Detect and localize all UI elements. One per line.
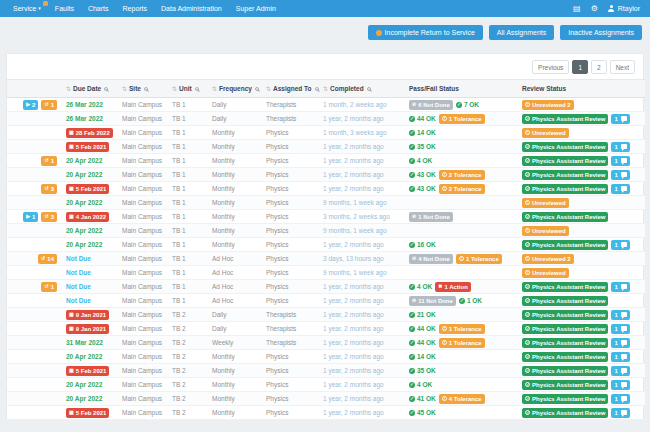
- comments-badge[interactable]: 1: [611, 184, 629, 194]
- due-date-link[interactable]: 20 Apr 2022: [66, 241, 102, 248]
- nav-item-data-administration[interactable]: Data Administration: [154, 0, 229, 17]
- review-status-badge[interactable]: ✓Physics Assistant Review: [522, 240, 608, 250]
- pagination-page-2[interactable]: 2: [591, 60, 607, 74]
- tolerance-badge[interactable]: !2 Tolerance: [439, 170, 485, 180]
- due-date-link[interactable]: Not Due: [66, 297, 91, 304]
- redo-badge[interactable]: ↺3: [41, 212, 57, 222]
- play-badge[interactable]: ▶2: [23, 100, 38, 110]
- comments-badge[interactable]: 1: [611, 338, 629, 348]
- review-status-badge[interactable]: ✓Physics Assistant Review: [522, 212, 608, 222]
- search-icon[interactable]: [315, 87, 319, 91]
- table-row[interactable]: 20 Apr 2022Main CampusTB 2MonthlyPhysics…: [7, 350, 645, 364]
- inactive-assignments-button[interactable]: Inactive Assignments: [560, 25, 642, 40]
- play-badge[interactable]: ▶1: [23, 212, 38, 222]
- search-icon[interactable]: [255, 87, 259, 91]
- comments-badge[interactable]: 1: [611, 114, 629, 124]
- redo-badge[interactable]: ↺1: [41, 156, 57, 166]
- overdue-date-badge[interactable]: ▦5 Feb 2021: [66, 184, 109, 194]
- table-row[interactable]: ▦9 Jan 2021Main CampusTB 2DailyTherapist…: [7, 322, 645, 336]
- all-assignments-button[interactable]: All Assignments: [489, 25, 554, 40]
- table-row[interactable]: ▶2↺126 Mar 2022Main CampusTB 1DailyThera…: [7, 98, 645, 112]
- pagination-next[interactable]: Next: [610, 60, 635, 74]
- comments-badge[interactable]: 1: [611, 408, 629, 418]
- review-status-badge[interactable]: ✓Physics Assistant Review: [522, 142, 608, 152]
- review-status-badge[interactable]: ✓Physics Assistant Review: [522, 366, 608, 376]
- due-date-link[interactable]: 20 Apr 2022: [66, 353, 102, 360]
- book-icon[interactable]: ▤: [573, 0, 581, 17]
- nav-item-service[interactable]: Service▾: [6, 0, 48, 17]
- due-date-link[interactable]: 20 Apr 2022: [66, 157, 102, 164]
- table-row[interactable]: ▦5 Feb 2021Main CampusTB 2MonthlyPhysics…: [7, 364, 645, 378]
- overdue-date-badge[interactable]: ▦5 Feb 2021: [66, 142, 109, 152]
- comments-badge[interactable]: 1: [611, 156, 629, 166]
- tolerance-badge[interactable]: !2 Tolerance: [439, 184, 485, 194]
- table-row[interactable]: Not DueMain CampusTB 1Ad HocPhysics9 mon…: [7, 266, 645, 280]
- review-status-badge[interactable]: ✓Physics Assistant Review: [522, 380, 608, 390]
- overdue-date-badge[interactable]: ▦5 Feb 2021: [66, 408, 109, 418]
- tolerance-badge[interactable]: !1 Tolerance: [439, 324, 485, 334]
- comments-badge[interactable]: 1: [611, 282, 629, 292]
- incomplete-return-to-service-button[interactable]: Incomplete Return to Service: [368, 25, 483, 40]
- comments-badge[interactable]: 1: [611, 352, 629, 362]
- redo-badge[interactable]: ↺14: [38, 254, 57, 264]
- due-date-link[interactable]: Not Due: [66, 269, 91, 276]
- comments-badge[interactable]: 1: [611, 324, 629, 334]
- table-row[interactable]: ↺14Not DueMain CampusTB 1Ad HocPhysics3 …: [7, 252, 645, 266]
- tolerance-badge[interactable]: !1 Tolerance: [456, 254, 502, 264]
- tolerance-badge[interactable]: !4 Tolerance: [439, 394, 485, 404]
- table-row[interactable]: 26 Mar 2022Main CampusTB 1DailyTherapist…: [7, 112, 645, 126]
- sort-icon[interactable]: ⇅: [172, 86, 177, 92]
- due-date-link[interactable]: 31 Mar 2022: [66, 339, 103, 346]
- review-status-badge[interactable]: ✓Physics Assistant Review: [522, 338, 608, 348]
- not-done-badge[interactable]: ⊘1 Not Done: [409, 212, 453, 222]
- overdue-date-badge[interactable]: ▦5 Feb 2021: [66, 366, 109, 376]
- due-date-link[interactable]: 26 Mar 2022: [66, 115, 103, 122]
- comments-badge[interactable]: 1: [611, 310, 629, 320]
- table-row[interactable]: ▶1↺3▦4 Jan 2022Main CampusTB 1MonthlyPhy…: [7, 210, 645, 224]
- sort-icon[interactable]: ⇅: [66, 86, 71, 92]
- comments-badge[interactable]: 1: [611, 240, 629, 250]
- search-icon[interactable]: [144, 87, 148, 91]
- review-status-badge[interactable]: ✓Physics Assistant Review: [522, 156, 608, 166]
- table-row[interactable]: 20 Apr 2022Main CampusTB 1MonthlyPhysics…: [7, 196, 645, 210]
- table-row[interactable]: ▦5 Feb 2021Main CampusTB 2MonthlyPhysics…: [7, 406, 645, 420]
- overdue-date-badge[interactable]: ▦9 Jan 2021: [66, 324, 109, 334]
- due-date-link[interactable]: 20 Apr 2022: [66, 381, 102, 388]
- nav-item-super-admin[interactable]: Super Admin: [229, 0, 283, 17]
- review-status-badge[interactable]: ✓Physics Assistant Review: [522, 324, 608, 334]
- review-status-badge[interactable]: ✓Physics Assistant Review: [522, 184, 608, 194]
- not-done-badge[interactable]: ⊘6 Not Done: [409, 100, 453, 110]
- unreviewed-badge[interactable]: !Unreviewed: [522, 128, 569, 138]
- table-row[interactable]: ▦5 Feb 2021Main CampusTB 1MonthlyPhysics…: [7, 140, 645, 154]
- due-date-link[interactable]: 20 Apr 2022: [66, 171, 102, 178]
- comments-badge[interactable]: 1: [611, 170, 629, 180]
- review-status-badge[interactable]: ✓Physics Assistant Review: [522, 310, 608, 320]
- search-icon[interactable]: [367, 87, 371, 91]
- overdue-date-badge[interactable]: ▦9 Jan 2021: [66, 310, 109, 320]
- gear-icon[interactable]: ⚙: [591, 0, 598, 17]
- unreviewed-badge[interactable]: !Unreviewed 2: [522, 100, 574, 110]
- table-row[interactable]: 20 Apr 2022Main CampusTB 1MonthlyPhysics…: [7, 224, 645, 238]
- nav-item-reports[interactable]: Reports: [116, 0, 155, 17]
- sort-icon[interactable]: ⇅: [212, 86, 217, 92]
- table-row[interactable]: ▦28 Feb 2022Main CampusTB 1MonthlyPhysic…: [7, 126, 645, 140]
- table-row[interactable]: ↺1Not DueMain CampusTB 1Ad HocPhysics1 y…: [7, 280, 645, 294]
- nav-item-faults[interactable]: Faults: [48, 0, 81, 17]
- table-row[interactable]: 20 Apr 2022Main CampusTB 2MonthlyPhysics…: [7, 378, 645, 392]
- pagination-page-1[interactable]: 1: [572, 60, 588, 74]
- unreviewed-badge[interactable]: !Unreviewed: [522, 198, 569, 208]
- unreviewed-badge[interactable]: !Unreviewed 2: [522, 254, 574, 264]
- action-badge[interactable]: ✖1 Action: [435, 282, 471, 292]
- due-date-link[interactable]: 20 Apr 2022: [66, 199, 102, 206]
- search-icon[interactable]: [104, 87, 108, 91]
- comments-badge[interactable]: 1: [611, 394, 629, 404]
- review-status-badge[interactable]: ✓Physics Assistant Review: [522, 352, 608, 362]
- tolerance-badge[interactable]: !1 Tolerance: [439, 114, 485, 124]
- table-row[interactable]: ▦9 Jan 2021Main CampusTB 2DailyTherapist…: [7, 308, 645, 322]
- due-date-link[interactable]: 26 Mar 2022: [66, 101, 103, 108]
- review-status-badge[interactable]: ✓Physics Assistant Review: [522, 282, 608, 292]
- not-done-badge[interactable]: ⊘11 Not Done: [409, 296, 456, 306]
- review-status-badge[interactable]: ✓Physics Assistant Review: [522, 408, 608, 418]
- sort-icon[interactable]: ⇅: [122, 86, 127, 92]
- table-row[interactable]: Not DueMain CampusTB 1Ad HocPhysics1 yea…: [7, 294, 645, 308]
